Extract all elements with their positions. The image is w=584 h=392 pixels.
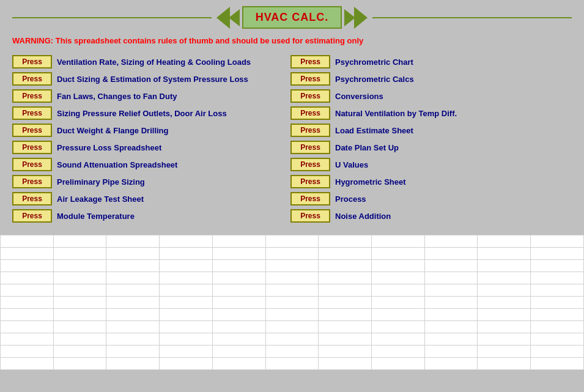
grid-cell[interactable] — [531, 346, 584, 358]
grid-cell[interactable] — [212, 309, 265, 321]
grid-cell[interactable] — [53, 260, 106, 272]
grid-cell[interactable] — [265, 321, 319, 333]
grid-cell[interactable] — [372, 235, 425, 248]
grid-cell[interactable] — [265, 309, 319, 321]
left-press-button-3[interactable]: Press — [12, 106, 52, 120]
grid-cell[interactable] — [160, 358, 213, 370]
grid-cell[interactable] — [478, 260, 531, 272]
grid-cell[interactable] — [1, 309, 54, 321]
grid-cell[interactable] — [424, 321, 478, 333]
grid-cell[interactable] — [372, 333, 425, 346]
grid-cell[interactable] — [212, 333, 265, 346]
grid-cell[interactable] — [424, 248, 478, 260]
grid-cell[interactable] — [372, 272, 425, 284]
grid-cell[interactable] — [424, 346, 478, 358]
grid-cell[interactable] — [531, 248, 584, 260]
grid-cell[interactable] — [1, 248, 54, 260]
grid-cell[interactable] — [265, 284, 319, 297]
grid-cell[interactable] — [106, 248, 160, 260]
grid-cell[interactable] — [319, 248, 372, 260]
grid-cell[interactable] — [531, 358, 584, 370]
grid-cell[interactable] — [372, 309, 425, 321]
grid-cell[interactable] — [53, 321, 106, 333]
grid-cell[interactable] — [478, 235, 531, 248]
grid-cell[interactable] — [531, 297, 584, 309]
grid-cell[interactable] — [424, 297, 478, 309]
grid-cell[interactable] — [1, 297, 54, 309]
grid-cell[interactable] — [372, 346, 425, 358]
grid-cell[interactable] — [106, 272, 160, 284]
grid-cell[interactable] — [424, 272, 478, 284]
grid-cell[interactable] — [319, 297, 372, 309]
left-press-button-7[interactable]: Press — [12, 175, 52, 188]
grid-cell[interactable] — [478, 346, 531, 358]
grid-cell[interactable] — [265, 235, 319, 248]
grid-cell[interactable] — [53, 272, 106, 284]
grid-cell[interactable] — [212, 346, 265, 358]
grid-cell[interactable] — [160, 297, 213, 309]
right-press-button-8[interactable]: Press — [290, 192, 330, 205]
right-press-button-0[interactable]: Press — [290, 55, 330, 68]
right-press-button-9[interactable]: Press — [290, 209, 330, 223]
grid-cell[interactable] — [531, 260, 584, 272]
grid-cell[interactable] — [531, 235, 584, 248]
grid-cell[interactable] — [212, 272, 265, 284]
right-press-button-1[interactable]: Press — [290, 72, 330, 86]
grid-cell[interactable] — [160, 321, 213, 333]
grid-cell[interactable] — [478, 309, 531, 321]
grid-cell[interactable] — [372, 260, 425, 272]
grid-cell[interactable] — [160, 333, 213, 346]
right-press-button-7[interactable]: Press — [290, 175, 330, 188]
grid-cell[interactable] — [531, 272, 584, 284]
right-press-button-3[interactable]: Press — [290, 106, 330, 120]
grid-cell[interactable] — [212, 297, 265, 309]
grid-cell[interactable] — [212, 235, 265, 248]
grid-cell[interactable] — [372, 358, 425, 370]
grid-cell[interactable] — [1, 346, 54, 358]
right-press-button-6[interactable]: Press — [290, 158, 330, 171]
grid-cell[interactable] — [531, 309, 584, 321]
left-press-button-0[interactable]: Press — [12, 55, 52, 68]
left-press-button-5[interactable]: Press — [12, 141, 52, 154]
grid-cell[interactable] — [319, 272, 372, 284]
grid-cell[interactable] — [319, 284, 372, 297]
grid-cell[interactable] — [212, 260, 265, 272]
grid-cell[interactable] — [319, 260, 372, 272]
grid-cell[interactable] — [424, 284, 478, 297]
grid-cell[interactable] — [106, 321, 160, 333]
grid-cell[interactable] — [106, 358, 160, 370]
grid-cell[interactable] — [106, 235, 160, 248]
left-press-button-1[interactable]: Press — [12, 72, 52, 86]
grid-cell[interactable] — [106, 260, 160, 272]
grid-cell[interactable] — [106, 297, 160, 309]
grid-cell[interactable] — [106, 346, 160, 358]
grid-cell[interactable] — [53, 297, 106, 309]
grid-cell[interactable] — [372, 248, 425, 260]
right-press-button-2[interactable]: Press — [290, 89, 330, 103]
grid-cell[interactable] — [1, 321, 54, 333]
left-press-button-4[interactable]: Press — [12, 124, 52, 137]
grid-cell[interactable] — [319, 321, 372, 333]
grid-cell[interactable] — [53, 346, 106, 358]
grid-cell[interactable] — [160, 309, 213, 321]
grid-cell[interactable] — [160, 272, 213, 284]
grid-cell[interactable] — [212, 284, 265, 297]
grid-cell[interactable] — [212, 248, 265, 260]
grid-cell[interactable] — [160, 235, 213, 248]
grid-cell[interactable] — [1, 358, 54, 370]
grid-cell[interactable] — [531, 284, 584, 297]
grid-cell[interactable] — [1, 235, 54, 248]
grid-cell[interactable] — [319, 333, 372, 346]
grid-cell[interactable] — [531, 333, 584, 346]
grid-cell[interactable] — [265, 272, 319, 284]
grid-cell[interactable] — [424, 309, 478, 321]
grid-cell[interactable] — [212, 321, 265, 333]
right-press-button-5[interactable]: Press — [290, 141, 330, 154]
grid-cell[interactable] — [160, 260, 213, 272]
grid-cell[interactable] — [478, 358, 531, 370]
grid-cell[interactable] — [478, 321, 531, 333]
grid-cell[interactable] — [478, 272, 531, 284]
grid-cell[interactable] — [212, 358, 265, 370]
grid-cell[interactable] — [53, 248, 106, 260]
grid-cell[interactable] — [478, 333, 531, 346]
